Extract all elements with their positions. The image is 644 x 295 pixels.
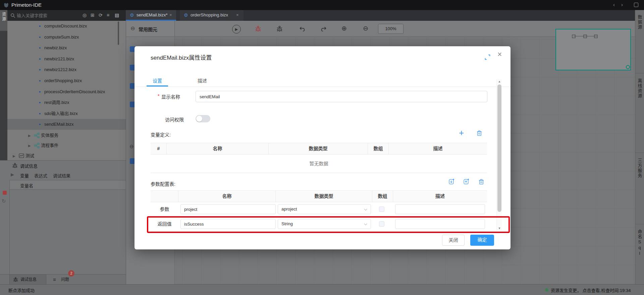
close-button[interactable]: 关闭 <box>442 235 465 246</box>
bottom-tab-debug[interactable]: 调试信息 <box>9 275 46 285</box>
editor-tab-ordershopping[interactable]: ⚙ orderShopping.bizx × <box>180 10 244 21</box>
param-type-select[interactable]: String <box>278 219 371 229</box>
tree-item[interactable]: •sdo输入输出.bizx <box>7 108 126 119</box>
add-variable-icon[interactable]: + <box>459 128 464 137</box>
redo-icon[interactable] <box>320 26 327 32</box>
zoom-level-display[interactable]: 100% <box>378 24 404 34</box>
minimap[interactable] <box>555 29 631 70</box>
debug-restart-icon[interactable]: ↻ <box>2 198 6 204</box>
debug-stop-icon[interactable] <box>3 191 7 195</box>
import-params-icon[interactable] <box>448 178 455 185</box>
sort-list-icon[interactable]: ≡ <box>107 12 109 18</box>
debug-grid-header: 变量名 <box>9 180 126 190</box>
editor-tab-sendemail[interactable]: ⚙ sendEMail.bizx* × <box>126 10 176 21</box>
scroll-down-icon[interactable]: ▼ <box>497 227 502 230</box>
param-array-checkbox[interactable] <box>379 206 384 212</box>
rail-tab-resources[interactable]: 资源 <box>0 10 7 31</box>
delete-param-icon[interactable] <box>478 179 484 185</box>
dialog-tab-settings[interactable]: 设置 <box>147 77 168 84</box>
search-input[interactable] <box>17 12 80 19</box>
editor-tab-label: sendEMail.bizx* <box>137 12 168 17</box>
rail-tab-datasource[interactable]: 数据源 <box>635 15 644 31</box>
minimap-handle-icon[interactable] <box>626 65 630 69</box>
undo-icon[interactable] <box>299 26 306 32</box>
params-table-header-wrap: 名称 数据类型 数组 描述 <box>151 190 487 202</box>
window-layout-icon[interactable] <box>634 3 638 7</box>
bizx-bullet-icon: • <box>39 86 41 97</box>
debug-resume-icon[interactable]: ▶ <box>11 172 14 177</box>
search-icon <box>10 13 15 18</box>
bizx-bullet-icon: • <box>39 21 41 32</box>
export-params-icon[interactable] <box>463 178 470 185</box>
param-array-checkbox[interactable] <box>379 221 384 227</box>
scroll-up-icon[interactable]: ▲ <box>497 80 502 83</box>
zoom-out-icon[interactable]: ⊖ <box>363 24 368 32</box>
access-permission-toggle[interactable] <box>196 115 210 122</box>
display-name-input[interactable] <box>196 91 487 102</box>
param-desc-input[interactable] <box>395 219 485 229</box>
dialog-tab-description[interactable]: 描述 <box>192 77 213 84</box>
rail-tab-thirdparty-services[interactable]: 三方服务 <box>635 158 644 179</box>
tree-item[interactable]: •newbiz.bizx <box>7 43 126 53</box>
debug-tab-variables[interactable]: 变量 <box>20 172 29 181</box>
nav-forward-icon[interactable]: › <box>621 1 623 8</box>
param-type-select[interactable]: aproject <box>278 204 371 214</box>
scrollbar-thumb[interactable] <box>497 84 501 212</box>
tree-item[interactable]: •processOrderItemDiscount.bizx <box>7 86 126 97</box>
nav-back-icon[interactable]: ‹ <box>613 1 615 8</box>
debug-grid-header-label: 变量名 <box>20 182 33 189</box>
process-event-icon <box>34 143 40 148</box>
tree-group-entity-services[interactable]: ▶ 实体服务 <box>7 130 126 140</box>
ai-assist-icon[interactable]: ◎ <box>83 12 87 18</box>
editor-tab-bar: ⚙ sendEMail.bizx* × ⚙ orderShopping.bizx… <box>126 10 635 21</box>
tab-close-icon[interactable]: × <box>236 12 239 17</box>
refresh-icon[interactable]: ⟳ <box>99 12 103 18</box>
tree-item[interactable]: •rest调用.bizx <box>7 97 126 108</box>
param-name-input[interactable] <box>180 219 276 229</box>
tab-close-icon[interactable]: × <box>169 12 172 17</box>
tree-item[interactable]: •orderShopping.bizx <box>7 75 126 86</box>
debug-tabs-row: ▶ 变量 表达式 调试结果 <box>0 170 126 180</box>
required-asterisk: * <box>158 93 159 99</box>
tree-item[interactable]: •newbiz1212.bizx <box>7 64 126 75</box>
run-icon[interactable]: ▶ <box>232 25 241 34</box>
dialog-scrollbar[interactable]: ▲ ▼ <box>496 79 502 231</box>
tree-group-test[interactable]: ▶ 测试 <box>7 151 126 160</box>
debug-settings-icon[interactable] <box>276 25 283 32</box>
debug-tab-expressions[interactable]: 表达式 <box>34 172 47 179</box>
delete-variable-icon[interactable] <box>476 130 482 136</box>
bottom-tab-problems-label: 问题 <box>61 275 69 285</box>
expand-arrow-icon: ▶ <box>28 141 31 151</box>
new-resource-icon[interactable]: ⊞ <box>91 12 95 18</box>
tree-item[interactable]: •computeSum.bizx <box>7 32 126 43</box>
param-kind-label: 返回值 <box>151 217 178 231</box>
tree-item[interactable]: •newbiz121.bizx <box>7 54 126 64</box>
variables-section-label: 变量定义: <box>151 131 171 138</box>
rail-tab-named-sql[interactable]: 命名Sql <box>635 229 644 257</box>
dialog-expand-icon[interactable] <box>485 54 490 60</box>
param-desc-input[interactable] <box>395 204 485 214</box>
tree-scrollbar[interactable] <box>118 21 119 45</box>
resource-changed-message[interactable]: 资源发生变更， 点击查看,检查时间:19:34 <box>551 287 631 293</box>
debug-tab-results[interactable]: 调试结果 <box>53 172 70 179</box>
collapse-icon[interactable]: ⊖ <box>129 143 134 150</box>
param-name-input[interactable] <box>180 204 276 214</box>
rail-tab-offline-resources[interactable]: 离线资源 <box>635 78 644 100</box>
bottom-tab-debug-label: 调试信息 <box>20 275 37 285</box>
tree-group-process-events[interactable]: ▶ 流程事件 <box>7 140 126 151</box>
palette-header[interactable]: ⊖ 常用图元 <box>126 21 175 37</box>
debug-run-icon[interactable] <box>255 25 261 32</box>
test-chart-icon <box>19 153 24 158</box>
zoom-in-icon[interactable]: ⊕ <box>341 24 347 32</box>
dialog-close-icon[interactable]: × <box>497 51 502 58</box>
rail-divider <box>635 224 644 224</box>
ok-button[interactable]: 确定 <box>470 235 494 246</box>
bottom-tab-problems[interactable]: ≡ 问题 <box>50 275 84 285</box>
collapse-icon[interactable]: ⊖ <box>130 25 135 32</box>
app-title: Primeton-IDE <box>11 2 42 8</box>
resource-tree-panel: •computeDiscount.bizx •computeSum.bizx •… <box>7 21 126 160</box>
tree-item-selected[interactable]: •sendEMail.bizx <box>7 119 126 130</box>
docs-icon[interactable]: ▤ <box>115 12 119 18</box>
resource-changed-dot-icon <box>545 288 548 292</box>
tree-item[interactable]: •computeDiscount.bizx <box>7 21 126 32</box>
